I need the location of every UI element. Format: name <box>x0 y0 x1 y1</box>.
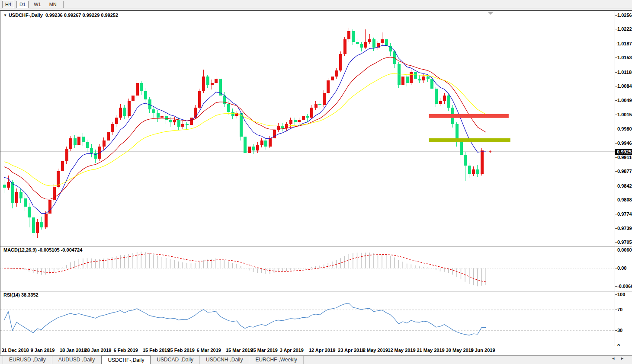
rsi-tick <box>615 330 617 331</box>
rsi-scale-label: 70 <box>617 307 632 313</box>
rsi-tick <box>615 294 617 295</box>
price-tick <box>615 214 617 214</box>
chart-symbol-label: USDCHF-,Daily <box>9 13 43 18</box>
price-tick-label: 1.00840 <box>617 83 632 89</box>
price-tick <box>615 157 617 158</box>
tab-nav-arrows: ◄► <box>611 356 629 361</box>
date-label: 9 Jun 2019 <box>471 348 495 353</box>
macd-tick <box>615 250 617 250</box>
macd-scale-label: -0.006096 <box>617 284 632 289</box>
tab-scroll-left-icon[interactable]: ◄ <box>611 356 620 361</box>
price-tick-label: 0.97050 <box>617 239 632 245</box>
price-tick <box>615 29 617 29</box>
chart-shift-marker-icon[interactable] <box>488 12 494 15</box>
chart-dropdown-icon[interactable]: ▼ <box>3 13 7 17</box>
macd-tick <box>615 268 617 268</box>
price-tick <box>615 143 617 144</box>
tab-eurusd-daily[interactable]: EURUSD-,Daily <box>3 356 52 364</box>
date-label: 21 May 2019 <box>417 348 445 353</box>
date-label: 6 Mar 2019 <box>197 348 221 353</box>
tab-audusd-daily[interactable]: AUDUSD-,Daily <box>52 356 102 364</box>
price-tick-label: 1.01180 <box>617 70 632 75</box>
ma-medium-line <box>4 57 486 199</box>
date-label: 31 Dec 2018 <box>2 348 29 353</box>
price-tick <box>615 44 617 44</box>
date-label: 6 Feb 2019 <box>114 348 138 353</box>
price-tick-label: 0.97740 <box>617 211 632 217</box>
price-tick-label: 1.02220 <box>617 26 632 32</box>
date-label: 25 Mar 2019 <box>251 348 278 353</box>
tab-scroll-right-icon[interactable]: ► <box>620 356 629 361</box>
date-label: 15 Feb 2019 <box>143 348 170 353</box>
price-tick <box>615 57 617 58</box>
macd-tick <box>615 286 617 287</box>
price-tick-label: 0.99800 <box>617 126 632 132</box>
price-tick-label: 0.97390 <box>617 226 632 231</box>
price-tick <box>615 72 617 73</box>
rsi-scale-label: 30 <box>617 328 632 333</box>
timeframe-button-d1[interactable]: D1 <box>16 1 29 8</box>
chart-window: ▼USDCHF-,Daily 0.99236 0.99267 0.99229 0… <box>0 10 632 354</box>
macd-panel[interactable] <box>0 246 615 291</box>
price-tick-label: 1.00150 <box>617 112 632 118</box>
price-tick-label: 1.01530 <box>617 55 632 61</box>
price-tick-label: 1.00490 <box>617 98 632 103</box>
price-scale-divider <box>615 11 615 346</box>
date-label: 12 Apr 2019 <box>309 348 335 353</box>
main-price-chart[interactable] <box>0 11 615 246</box>
panel-divider <box>0 246 632 246</box>
tab-eurchf-weekly[interactable]: EURCHF-,Weekly <box>249 356 303 364</box>
date-label: 28 Jan 2019 <box>85 348 112 353</box>
price-tick <box>615 100 617 101</box>
price-tick-label: 0.99460 <box>617 140 632 146</box>
last-price-marker <box>489 150 491 153</box>
price-tick-label: 0.98080 <box>617 197 632 203</box>
price-tick-label: 1.02560 <box>617 13 632 18</box>
price-tick-label: 0.98770 <box>617 169 632 174</box>
rsi-panel[interactable] <box>0 291 615 346</box>
ma-fast-line <box>4 45 486 214</box>
chart-title: ▼USDCHF-,Daily 0.99236 0.99267 0.99229 0… <box>3 13 118 18</box>
tab-usdcnh-daily[interactable]: USDCNH-,Daily <box>200 356 249 364</box>
tab-usdcad-daily[interactable]: USDCAD-,Daily <box>151 356 200 364</box>
date-label: 12 May 2019 <box>388 348 415 353</box>
price-tick <box>615 228 617 229</box>
date-axis[interactable]: 31 Dec 20189 Jan 201918 Jan 201928 Jan 2… <box>0 346 632 355</box>
price-tick <box>615 129 617 129</box>
chart-tab-bar: EURUSD-,DailyAUDUSD-,DailyUSDCHF-,DailyU… <box>0 355 632 364</box>
chart-ohlc-values: 0.99236 0.99267 0.99229 0.99252 <box>45 13 118 18</box>
price-tick-label: 1.01870 <box>617 41 632 47</box>
price-tick <box>615 86 617 86</box>
price-tick-label: 0.99110 <box>617 155 632 160</box>
price-tick <box>615 15 617 16</box>
macd-histogram <box>4 252 486 286</box>
price-tick <box>615 115 617 115</box>
date-label: 2 May 2019 <box>363 348 388 353</box>
timeframe-button-h4[interactable]: H4 <box>2 1 14 8</box>
rsi-scale-label: 100 <box>617 292 632 297</box>
rsi-indicator-label: RSI(14) 38.3352 <box>3 292 38 297</box>
price-tick <box>615 186 617 186</box>
tab-usdchf-daily[interactable]: USDCHF-,Daily <box>101 355 151 364</box>
mt4-window: H4D1W1MN ▼USDCHF-,Daily 0.99236 0.99267 … <box>0 0 632 364</box>
date-label: 30 May 2019 <box>446 348 474 353</box>
date-label: 23 Apr 2019 <box>338 348 364 353</box>
macd-signal-line <box>4 254 486 282</box>
date-label: 18 Jan 2019 <box>60 348 87 353</box>
rsi-tick <box>615 310 617 310</box>
price-tick <box>615 242 617 243</box>
date-label: 3 Apr 2019 <box>280 348 304 353</box>
date-label: 25 Feb 2019 <box>168 348 195 353</box>
price-tick <box>615 171 617 172</box>
timeframe-button-mn[interactable]: MN <box>46 1 60 8</box>
price-tick <box>615 200 617 200</box>
price-tick-label: 0.98420 <box>617 183 632 189</box>
candles-layer <box>3 28 488 238</box>
date-label: 15 Mar 2019 <box>226 348 253 353</box>
timeframe-button-w1[interactable]: W1 <box>31 1 44 8</box>
timeframe-toolbar: H4D1W1MN <box>0 0 632 9</box>
toolbar-separator <box>63 1 64 8</box>
date-label: 9 Jan 2019 <box>31 348 55 353</box>
ma-slow-line <box>4 73 486 186</box>
macd-scale-label: 0.006058 <box>617 247 632 253</box>
